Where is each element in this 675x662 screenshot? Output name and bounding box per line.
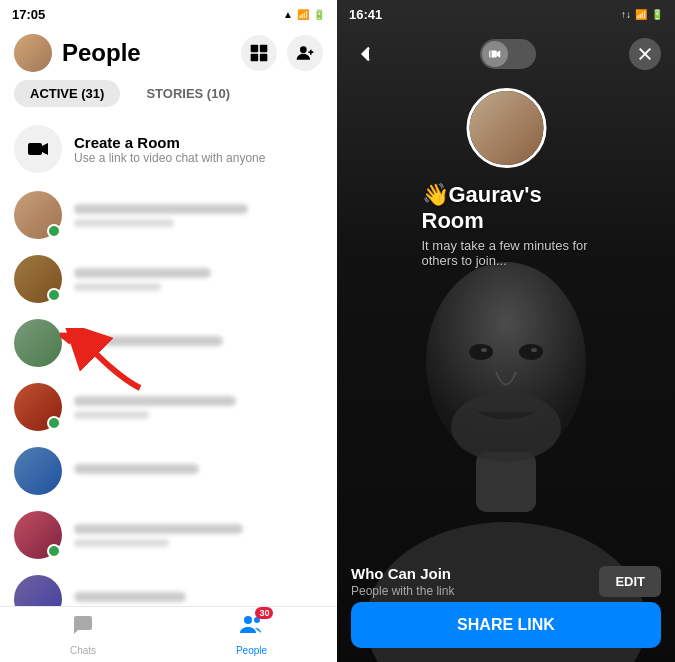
chat-bubble-icon [71,613,95,643]
avatar-image [14,575,62,606]
create-room-item[interactable]: Create a Room Use a link to video chat w… [0,115,337,183]
online-indicator [47,416,61,430]
right-top-bar [337,28,675,80]
list-item[interactable] [0,375,337,439]
right-panel: 16:41 ↑↓ 📶 🔋 [337,0,675,662]
svg-marker-22 [497,51,501,58]
avatar-image [14,447,62,495]
contact-text [74,592,323,607]
video-camera-icon [482,41,508,67]
room-user-avatar [466,88,546,168]
contact-name-blur [74,396,236,406]
svg-rect-21 [489,51,497,58]
room-subtitle: It may take a few minutes for others to … [422,238,591,268]
top-center-controls [480,39,536,69]
nav-people[interactable]: 30 People [236,613,267,656]
left-status-bar: 17:05 ▲ 📶 🔋 [0,0,337,28]
stories-tab[interactable]: STORIES (10) [130,80,246,107]
user-avatar[interactable] [14,34,52,72]
signal-icon: ▲ [283,9,293,20]
people-label: People [236,645,267,656]
svg-marker-8 [42,143,48,155]
page-title: People [62,39,141,67]
svg-rect-7 [28,143,42,155]
rooms-icon-button[interactable] [241,35,277,71]
battery-icon: 🔋 [651,9,663,20]
right-time: 16:41 [349,7,382,22]
who-can-join-text: Who Can Join People with the link [351,565,454,598]
video-camera-icon [26,137,50,161]
wifi-icon: 📶 [297,9,309,20]
svg-point-19 [481,348,487,352]
contact-status-blur [74,411,149,419]
people-badge: 30 [255,607,273,619]
room-profile: 👋Gaurav's Room It may take a few minutes… [422,88,591,268]
svg-point-4 [300,46,307,53]
create-room-text: Create a Room Use a link to video chat w… [74,134,265,165]
video-toggle[interactable] [480,39,536,69]
avatar-image [14,319,62,367]
people-icon-active: 30 [239,613,263,643]
svg-point-11 [244,616,252,624]
right-status-bar: 16:41 ↑↓ 📶 🔋 [337,0,675,28]
person-silhouette [366,242,646,662]
list-item[interactable] [0,567,337,606]
svg-point-20 [531,348,537,352]
contact-text [74,336,323,351]
nav-chats[interactable]: Chats [70,613,96,656]
list-item[interactable] [0,183,337,247]
list-item[interactable] [0,439,337,503]
right-status-icons: ↑↓ 📶 🔋 [621,9,663,20]
chats-label: Chats [70,645,96,656]
left-status-icons: ▲ 📶 🔋 [283,9,325,20]
share-link-button[interactable]: SHARE LINK [351,602,661,648]
battery-icon: 🔋 [313,9,325,20]
contact-status-blur [74,219,174,227]
active-tab[interactable]: ACTIVE (31) [14,80,120,107]
avatar [14,575,62,606]
contact-name-blur [74,336,223,346]
avatar [14,319,62,367]
svg-point-17 [469,344,493,360]
avatar [14,511,62,559]
left-panel: 17:05 ▲ 📶 🔋 People [0,0,337,662]
list-item[interactable] [0,311,337,375]
svg-rect-1 [260,45,268,53]
edit-button[interactable]: EDIT [599,566,661,597]
contact-text [74,204,323,227]
create-room-subtitle: Use a link to video chat with anyone [74,151,265,165]
network-icon: ↑↓ [621,9,631,20]
online-indicator [47,224,61,238]
contact-text [74,524,323,547]
contact-status-blur [74,283,161,291]
contact-text [74,464,323,479]
back-arrow-icon [358,43,380,65]
contact-list [0,183,337,606]
bottom-nav: Chats 30 People [0,606,337,662]
add-person-button[interactable] [287,35,323,71]
contact-name-blur [74,524,243,534]
close-button[interactable] [629,38,661,70]
svg-rect-2 [251,54,258,62]
create-room-title: Create a Room [74,134,265,151]
who-can-join-title: Who Can Join [351,565,454,582]
tabs: ACTIVE (31) STORIES (10) [0,80,337,115]
header-left: People [14,34,141,72]
contact-text [74,396,323,419]
avatar [14,447,62,495]
contact-name-blur [74,204,248,214]
back-button[interactable] [351,36,387,72]
contact-text [74,268,323,291]
wifi-icon: 📶 [635,9,647,20]
add-person-icon [295,43,315,63]
contact-name-blur [74,592,186,602]
list-item[interactable] [0,247,337,311]
who-can-join-subtitle: People with the link [351,584,454,598]
svg-rect-3 [260,54,268,62]
svg-rect-0 [251,45,258,53]
avatar [14,255,62,303]
online-indicator [47,288,61,302]
avatar [14,383,62,431]
list-item[interactable] [0,503,337,567]
online-indicator [47,544,61,558]
